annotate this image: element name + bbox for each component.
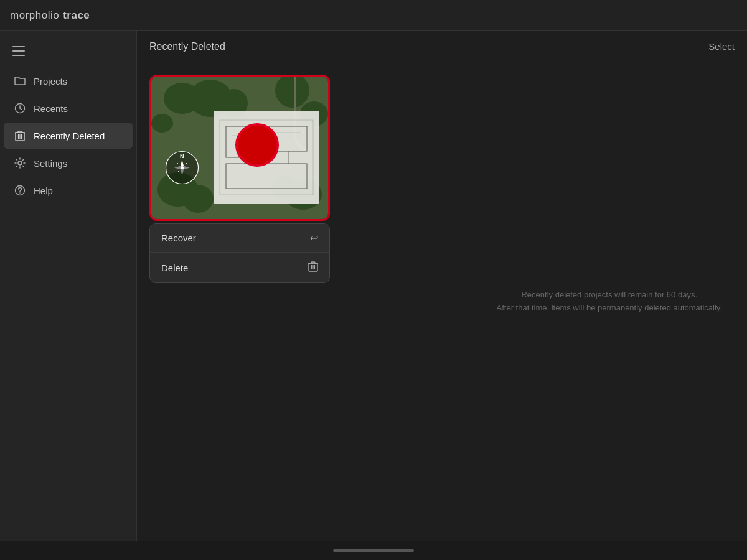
question-icon: [14, 184, 26, 197]
svg-point-9: [18, 161, 22, 165]
clock-icon: [14, 102, 26, 114]
content-header: Recently Deleted Select: [137, 31, 747, 62]
trash-icon: [14, 129, 26, 142]
sidebar: Projects Recents: [0, 31, 137, 541]
delete-icon: [308, 261, 318, 274]
info-line1: Recently deleted projects will remain fo…: [497, 289, 722, 302]
logo-morpholio: morpholio: [10, 9, 59, 22]
logo-trace: trace: [63, 9, 90, 22]
svg-point-11: [19, 192, 21, 194]
info-text: Recently deleted projects will remain fo…: [497, 289, 722, 315]
content-title: Recently Deleted: [149, 41, 225, 52]
projects-grid: N: [149, 75, 735, 283]
svg-point-27: [181, 166, 184, 169]
info-line2: After that time, items will be permanent…: [497, 302, 722, 315]
folder-icon: [14, 75, 26, 87]
svg-rect-2: [12, 55, 25, 56]
sidebar-label-help: Help: [34, 185, 53, 196]
sidebar-item-help[interactable]: Help: [4, 177, 133, 203]
sidebar-label-recents: Recents: [34, 103, 68, 114]
tree-cluster: [182, 185, 214, 213]
select-button[interactable]: Select: [708, 41, 735, 52]
home-bar: [333, 549, 414, 552]
main-layout: Projects Recents: [0, 31, 747, 541]
sidebar-toggle-button[interactable]: [9, 42, 29, 60]
tree-cluster: [151, 114, 173, 133]
sidebar-item-recently-deleted[interactable]: Recently Deleted: [4, 123, 133, 149]
sidebar-toggle-area: [0, 37, 136, 67]
project-card[interactable]: N: [149, 75, 330, 221]
recover-label: Recover: [161, 233, 196, 243]
sidebar-item-projects[interactable]: Projects: [4, 68, 133, 94]
gear-icon: [14, 157, 26, 169]
red-circle-annotation: [235, 123, 279, 167]
sidebar-item-settings[interactable]: Settings: [4, 150, 133, 176]
content-body: N: [137, 62, 747, 541]
app-header: morpholio trace: [0, 0, 747, 31]
recover-button[interactable]: Recover ↩: [150, 224, 329, 253]
project-card-wrapper: N: [149, 75, 330, 283]
svg-text:N: N: [180, 153, 184, 159]
recover-icon: ↩: [310, 232, 318, 244]
delete-label: Delete: [161, 263, 188, 273]
sidebar-label-settings: Settings: [34, 158, 67, 169]
svg-rect-1: [12, 50, 25, 52]
sidebar-label-projects: Projects: [34, 76, 67, 86]
action-buttons: Recover ↩ Delete: [149, 223, 330, 283]
svg-rect-0: [12, 46, 25, 47]
compass-rose: N: [165, 151, 199, 185]
map-background: N: [151, 77, 328, 219]
content-area: Recently Deleted Select: [137, 31, 747, 541]
home-indicator: [0, 541, 747, 560]
app-logo: morpholio trace: [10, 9, 90, 22]
sidebar-item-recents[interactable]: Recents: [4, 95, 133, 121]
delete-button[interactable]: Delete: [150, 253, 329, 282]
sidebar-label-recently-deleted: Recently Deleted: [34, 131, 105, 141]
